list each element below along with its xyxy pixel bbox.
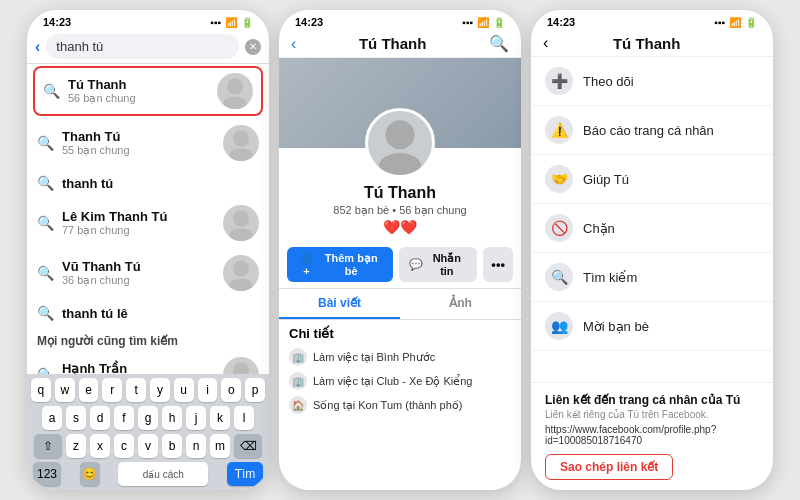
kb-t[interactable]: t — [126, 378, 146, 402]
menu-item-follow[interactable]: ➕ Theo dõi — [531, 57, 773, 106]
work-icon-0: 🏢 — [289, 348, 307, 366]
help-icon: 🤝 — [545, 165, 573, 193]
kb-n[interactable]: n — [186, 434, 206, 458]
link-title: Liên kết đến trang cá nhân của Tú — [545, 393, 759, 407]
kb-q[interactable]: q — [31, 378, 51, 402]
svg-point-8 — [233, 362, 249, 374]
search-menu-icon: 🔍 — [545, 263, 573, 291]
search-icon-5: 🔍 — [37, 305, 54, 321]
kb-p[interactable]: p — [245, 378, 265, 402]
kb-g[interactable]: g — [138, 406, 158, 430]
menu-list: ➕ Theo dõi ⚠️ Báo cáo trang cá nhân 🤝 Gi… — [531, 57, 773, 382]
profile-nav-title: Tú Thanh — [359, 35, 427, 52]
result-item-3[interactable]: 🔍 Lê Kim Thanh Tú 77 bạn chung — [27, 198, 269, 248]
status-icons-2: ▪▪▪ 📶 🔋 — [462, 17, 505, 28]
result-name-4: Vũ Thanh Tú — [62, 259, 215, 274]
back-arrow-2[interactable]: ‹ — [291, 35, 296, 53]
kb-y[interactable]: y — [150, 378, 170, 402]
menu-item-invite[interactable]: 👥 Mời bạn bè — [531, 302, 773, 351]
menu-top-nav: ‹ Tú Thanh — [531, 30, 773, 57]
follow-icon: ➕ — [545, 67, 573, 95]
result-item-1[interactable]: 🔍 Thanh Tú 55 bạn chung — [27, 118, 269, 168]
kb-search-btn[interactable]: Tìm — [227, 462, 263, 486]
kb-c[interactable]: c — [114, 434, 134, 458]
profile-top-nav: ‹ Tú Thanh 🔍 — [279, 30, 521, 58]
kb-bottom-row: 123 😊 dấu cách Tìm — [31, 462, 265, 486]
result-avatar-4 — [223, 255, 259, 291]
detail-item-0: 🏢 Làm việc tại Bình Phước — [289, 345, 511, 369]
add-friend-button[interactable]: 👤+ Thêm bạn bè — [287, 247, 393, 282]
block-icon: 🚫 — [545, 214, 573, 242]
tab-photos[interactable]: Ảnh — [400, 289, 521, 319]
svg-point-11 — [379, 153, 421, 178]
more-button[interactable]: ••• — [483, 247, 513, 282]
kb-e[interactable]: e — [79, 378, 99, 402]
kb-m[interactable]: m — [210, 434, 230, 458]
kb-s[interactable]: s — [66, 406, 86, 430]
kb-a[interactable]: a — [42, 406, 62, 430]
back-arrow-1[interactable]: ‹ — [35, 38, 40, 56]
menu-item-search[interactable]: 🔍 Tìm kiếm — [531, 253, 773, 302]
search-input[interactable]: thanh tú — [46, 34, 239, 59]
kb-l[interactable]: l — [234, 406, 254, 430]
kb-o[interactable]: o — [221, 378, 241, 402]
menu-item-block[interactable]: 🚫 Chặn — [531, 204, 773, 253]
kb-v[interactable]: v — [138, 434, 158, 458]
kb-b[interactable]: b — [162, 434, 182, 458]
add-friend-icon: 👤+ — [297, 252, 316, 277]
profile-tabs: Bài viết Ảnh — [279, 288, 521, 320]
time-2: 14:23 — [295, 16, 323, 28]
result-name-5: thanh tú lê — [62, 306, 259, 321]
kb-d[interactable]: d — [90, 406, 110, 430]
result-name-3: Lê Kim Thanh Tú — [62, 209, 215, 224]
search-results-list: 🔍 Tú Thanh 56 bạn chung 🔍 Thanh Tú 55 bạ… — [27, 64, 269, 374]
result-item-2[interactable]: 🔍 thanh tú — [27, 168, 269, 198]
result-info-5: thanh tú lê — [62, 306, 259, 321]
kb-h[interactable]: h — [162, 406, 182, 430]
search-icon-2: 🔍 — [37, 175, 54, 191]
add-friend-label: Thêm bạn bè — [319, 252, 383, 277]
menu-nav-title: Tú Thanh — [613, 35, 681, 52]
kb-backspace[interactable]: ⌫ — [234, 434, 262, 458]
menu-item-help[interactable]: 🤝 Giúp Tú — [531, 155, 773, 204]
kb-f[interactable]: f — [114, 406, 134, 430]
search-icon-1: 🔍 — [37, 135, 54, 151]
detail-item-2: 🏠 Sống tại Kon Tum (thành phố) — [289, 393, 511, 417]
kb-k[interactable]: k — [210, 406, 230, 430]
kb-i[interactable]: i — [198, 378, 218, 402]
result-item-5[interactable]: 🔍 thanh tú lê — [27, 298, 269, 328]
tab-posts[interactable]: Bài viết — [279, 289, 400, 319]
kb-z[interactable]: z — [66, 434, 86, 458]
extra-result-item[interactable]: 🔍 Hạnh Trần 55 bạn chung — [27, 350, 269, 374]
detail-text-2: Sống tại Kon Tum (thành phố) — [313, 399, 462, 412]
kb-j[interactable]: j — [186, 406, 206, 430]
invite-icon: 👥 — [545, 312, 573, 340]
profile-stats: 852 bạn bè • 56 bạn chung — [289, 204, 511, 217]
result-avatar-1 — [223, 125, 259, 161]
svg-point-6 — [233, 260, 249, 276]
result-item-4[interactable]: 🔍 Vũ Thanh Tú 36 bạn chung — [27, 248, 269, 298]
kb-space[interactable]: dấu cách — [118, 462, 208, 486]
kb-shift[interactable]: ⇧ — [34, 434, 62, 458]
extra-result-avatar — [223, 357, 259, 374]
kb-r[interactable]: r — [102, 378, 122, 402]
message-button[interactable]: 💬 Nhắn tin — [399, 247, 477, 282]
svg-point-10 — [385, 120, 414, 149]
search-icon-nav[interactable]: 🔍 — [489, 34, 509, 53]
kb-w[interactable]: w — [55, 378, 75, 402]
copy-link-button[interactable]: Sao chép liên kết — [545, 454, 673, 480]
kb-emoji[interactable]: 😊 — [80, 462, 100, 486]
kb-u[interactable]: u — [174, 378, 194, 402]
result-info-1: Thanh Tú 55 bạn chung — [62, 129, 215, 157]
back-arrow-3[interactable]: ‹ — [543, 34, 548, 52]
kb-num[interactable]: 123 — [33, 462, 61, 486]
result-item-highlighted[interactable]: 🔍 Tú Thanh 56 bạn chung — [33, 66, 263, 116]
svg-point-1 — [223, 96, 246, 109]
menu-label-report: Báo cáo trang cá nhân — [583, 123, 714, 138]
message-icon: 💬 — [409, 258, 423, 271]
menu-item-report[interactable]: ⚠️ Báo cáo trang cá nhân — [531, 106, 773, 155]
clear-button[interactable]: ✕ — [245, 39, 261, 55]
cover-photo — [279, 58, 521, 148]
detail-text-0: Làm việc tại Bình Phước — [313, 351, 435, 364]
kb-x[interactable]: x — [90, 434, 110, 458]
